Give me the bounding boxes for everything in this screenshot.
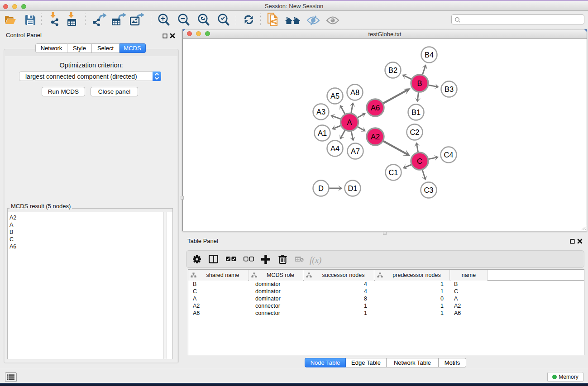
- svg-text:D: D: [318, 184, 324, 192]
- svg-text:B3: B3: [445, 85, 454, 93]
- svg-text:C4: C4: [444, 151, 453, 159]
- svg-text:B2: B2: [388, 66, 397, 74]
- svg-text:C2: C2: [410, 128, 419, 136]
- svg-text:A8: A8: [350, 88, 359, 96]
- svg-text:C: C: [417, 157, 422, 165]
- svg-text:A3: A3: [316, 108, 325, 116]
- svg-text:A1: A1: [318, 129, 327, 137]
- svg-text:A7: A7: [351, 147, 360, 155]
- svg-text:A2: A2: [371, 133, 380, 141]
- svg-text:A5: A5: [330, 92, 339, 100]
- svg-text:B4: B4: [425, 51, 434, 59]
- svg-text:A6: A6: [371, 104, 380, 112]
- svg-text:A: A: [347, 118, 352, 126]
- svg-text:C1: C1: [388, 168, 398, 176]
- svg-text:A4: A4: [330, 144, 339, 152]
- svg-text:B: B: [417, 79, 422, 87]
- svg-text:D1: D1: [348, 184, 357, 192]
- svg-text:B1: B1: [411, 108, 421, 116]
- svg-text:C3: C3: [424, 186, 433, 194]
